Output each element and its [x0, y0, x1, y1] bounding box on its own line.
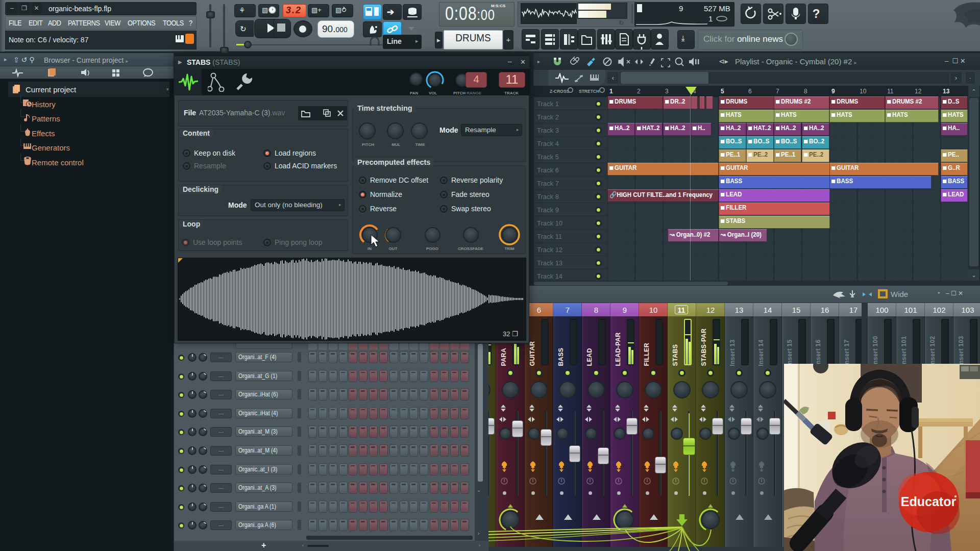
- svg-text:?: ?: [813, 7, 820, 20]
- svg-text:Educator: Educator: [901, 494, 957, 509]
